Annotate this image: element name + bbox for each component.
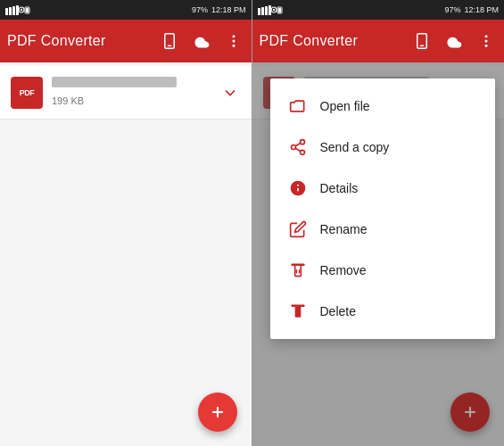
share-icon <box>288 137 308 157</box>
rename-label: Rename <box>320 222 368 236</box>
svg-rect-0 <box>5 8 8 15</box>
menu-item-details[interactable]: Details <box>270 168 496 209</box>
remove-label: Remove <box>320 263 367 277</box>
status-icons-right <box>258 4 283 15</box>
open-file-label: Open file <box>320 99 370 113</box>
cloud-icon-right[interactable] <box>443 30 465 52</box>
app-title-right: PDF Converter <box>260 33 405 49</box>
send-copy-label: Send a copy <box>320 140 390 154</box>
svg-point-29 <box>291 145 295 150</box>
file-name-placeholder-left <box>52 77 177 87</box>
phone-icon-right[interactable] <box>411 30 433 52</box>
pencil-icon <box>288 219 308 239</box>
status-icons-left <box>5 4 30 15</box>
toolbar-right: PDF Converter <box>252 20 505 62</box>
svg-point-10 <box>232 35 235 37</box>
toolbar-icons-right <box>411 30 497 52</box>
menu-item-delete[interactable]: Delete <box>270 291 496 332</box>
context-menu: Open file Send a copy <box>270 78 496 339</box>
svg-rect-1 <box>9 7 12 15</box>
svg-rect-2 <box>12 6 15 15</box>
more-options-icon[interactable] <box>223 30 244 52</box>
trash-full-icon <box>288 301 308 321</box>
svg-rect-9 <box>167 45 171 47</box>
menu-item-open-file[interactable]: Open file <box>270 86 496 127</box>
toolbar-icons-left <box>159 30 244 52</box>
more-options-icon-right[interactable] <box>475 30 497 52</box>
svg-point-35 <box>297 185 299 186</box>
status-bar-left: 97% 12:18 PM <box>0 0 252 20</box>
svg-rect-22 <box>278 8 281 12</box>
left-panel: 97% 12:18 PM PDF Converter <box>0 0 252 446</box>
status-info-right2: 97% 12:18 PM <box>444 5 499 14</box>
right-panel: 97% 12:18 PM PDF Converter <box>252 0 505 446</box>
svg-point-25 <box>485 35 488 37</box>
battery-level-right: 97% <box>444 5 460 14</box>
file-size-left: 199 KB <box>52 95 84 106</box>
svg-rect-7 <box>26 8 29 12</box>
time-display: 12:18 PM <box>211 5 246 14</box>
info-icon <box>288 178 308 198</box>
menu-item-rename[interactable]: Rename <box>270 209 496 250</box>
status-info-right: 97% 12:18 PM <box>192 5 246 14</box>
svg-line-32 <box>295 143 301 145</box>
file-info-left: 199 KB <box>52 77 211 108</box>
file-chevron-left[interactable] <box>219 82 241 103</box>
time-display-right: 12:18 PM <box>464 5 499 14</box>
file-item-left[interactable]: PDF 199 KB <box>0 66 252 120</box>
svg-rect-16 <box>261 7 264 15</box>
svg-point-12 <box>232 45 235 47</box>
svg-line-31 <box>295 148 301 151</box>
menu-item-send-copy[interactable]: Send a copy <box>270 127 496 168</box>
phone-icon[interactable] <box>159 30 180 52</box>
svg-rect-36 <box>291 264 304 267</box>
svg-point-28 <box>300 140 304 145</box>
svg-point-30 <box>300 150 304 154</box>
toolbar-left: PDF Converter <box>0 20 252 62</box>
menu-item-remove[interactable]: Remove <box>270 250 496 291</box>
svg-rect-17 <box>265 6 268 15</box>
details-label: Details <box>320 181 359 195</box>
fab-left[interactable] <box>198 392 237 432</box>
svg-point-27 <box>485 45 488 47</box>
folder-icon <box>288 96 308 116</box>
trash-outline-icon <box>288 260 308 280</box>
file-list-left: PDF 199 KB <box>0 62 252 123</box>
svg-point-26 <box>485 40 488 43</box>
status-bar-right: 97% 12:18 PM <box>252 0 505 20</box>
svg-point-11 <box>232 40 235 43</box>
app-title-left: PDF Converter <box>7 33 152 49</box>
pdf-label-left: PDF <box>20 88 35 97</box>
svg-rect-24 <box>420 45 425 47</box>
delete-label: Delete <box>320 304 356 318</box>
battery-level: 97% <box>192 5 208 14</box>
svg-point-20 <box>272 9 274 11</box>
svg-rect-39 <box>291 305 304 308</box>
svg-rect-15 <box>258 8 260 15</box>
cloud-icon[interactable] <box>191 30 212 52</box>
pdf-icon-left: PDF <box>11 77 43 109</box>
svg-point-5 <box>21 9 22 11</box>
